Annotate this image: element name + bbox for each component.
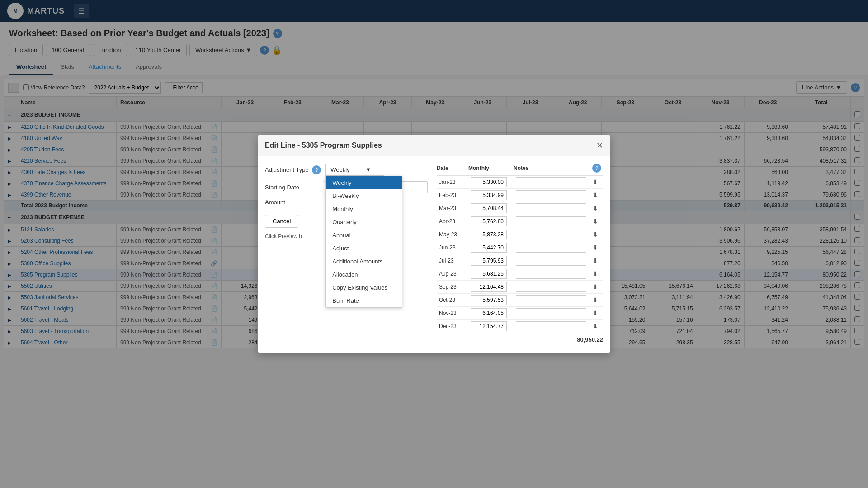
monthly-row: Jan-23 ⬇ [437,176,603,189]
monthly-row-date: Aug-23 [439,271,471,277]
monthly-value-input[interactable] [471,190,507,200]
menu-item-additional-amounts[interactable]: Additional Amounts [326,255,402,268]
monthly-row-notes [516,282,590,292]
menu-item-allocation[interactable]: Allocation [326,268,402,281]
copy-down-icon[interactable]: ⬇ [593,257,598,264]
monthly-row-copy-icon[interactable]: ⬇ [590,192,601,199]
copy-down-icon[interactable]: ⬇ [593,192,598,199]
monthly-row: May-23 ⬇ [437,228,603,241]
monthly-row-date: Apr-23 [439,218,471,225]
monthly-row: Apr-23 ⬇ [437,215,603,228]
monthly-value-input[interactable] [471,230,507,239]
modal-title: Edit Line - 5305 Program Supplies [265,141,382,150]
monthly-value-input[interactable] [471,321,507,331]
modal-body: Adjustment Type ? Weekly ▼ Weekly Bi [258,156,610,353]
monthly-row-copy-icon[interactable]: ⬇ [590,218,601,225]
monthly-notes-input[interactable] [516,216,586,226]
cancel-button[interactable]: Cancel [265,215,298,228]
monthly-value-input[interactable] [471,308,507,318]
monthly-row-notes [516,295,590,305]
menu-item-copy-existing[interactable]: Copy Existing Values [326,281,402,294]
monthly-row: Mar-23 ⬇ [437,202,603,215]
monthly-value-input[interactable] [471,295,507,305]
monthly-notes-input[interactable] [516,243,586,253]
monthly-value-input[interactable] [471,269,507,279]
monthly-row-copy-icon[interactable]: ⬇ [590,296,601,304]
monthly-row-copy-icon[interactable]: ⬇ [590,244,601,251]
menu-item-burn-rate[interactable]: Burn Rate [326,294,402,307]
copy-down-icon[interactable]: ⬇ [593,323,598,330]
copy-down-icon[interactable]: ⬇ [593,231,598,238]
monthly-notes-input[interactable] [516,308,586,318]
monthly-row-copy-icon[interactable]: ⬇ [590,270,601,277]
col-date-header: Date [437,165,468,171]
monthly-row: Nov-23 ⬇ [437,307,603,320]
copy-down-icon[interactable]: ⬇ [593,244,598,251]
monthly-notes-input[interactable] [516,321,586,331]
adjustment-type-row: Adjustment Type ? Weekly ▼ Weekly Bi [265,164,428,176]
monthly-value-input[interactable] [471,282,507,292]
monthly-value-input[interactable] [471,216,507,226]
copy-down-icon[interactable]: ⬇ [593,205,598,212]
monthly-value-input[interactable] [471,203,507,213]
monthly-row-value [471,190,516,200]
monthly-row-copy-icon[interactable]: ⬇ [590,310,601,317]
copy-down-icon[interactable]: ⬇ [593,296,598,304]
copy-down-icon[interactable]: ⬇ [593,283,598,291]
monthly-row-copy-icon[interactable]: ⬇ [590,323,601,330]
monthly-notes-input[interactable] [516,190,586,200]
monthly-value-input[interactable] [471,256,507,266]
monthly-row: Sep-23 ⬇ [437,281,603,294]
monthly-row-date: Nov-23 [439,310,471,316]
monthly-table-header: Date Monthly Notes ? [437,164,603,173]
monthly-row: Aug-23 ⬇ [437,267,603,281]
monthly-notes-input[interactable] [516,269,586,279]
monthly-table-section: Date Monthly Notes ? Jan-23 ⬇ [437,164,603,346]
modal-close-button[interactable]: ✕ [596,141,603,150]
copy-down-icon[interactable]: ⬇ [593,310,598,317]
monthly-row-date: Oct-23 [439,297,471,303]
copy-down-icon[interactable]: ⬇ [593,218,598,225]
monthly-notes-input[interactable] [516,230,586,239]
monthly-row-copy-icon[interactable]: ⬇ [590,178,601,186]
monthly-value-input[interactable] [471,243,507,253]
starting-date-label: Starting Date [265,184,319,191]
monthly-row-value [471,295,516,305]
menu-item-adjust[interactable]: Adjust [326,242,402,255]
monthly-row-copy-icon[interactable]: ⬇ [590,231,601,238]
monthly-rows-wrap: Jan-23 ⬇ Feb-23 ⬇ Mar-23 ⬇ Ap [437,176,603,333]
monthly-notes-input[interactable] [516,177,586,187]
adjustment-type-select[interactable]: Weekly ▼ [326,164,384,176]
monthly-row-copy-icon[interactable]: ⬇ [590,257,601,264]
monthly-notes-input[interactable] [516,282,586,292]
edit-line-modal: Edit Line - 5305 Program Supplies ✕ Adju… [258,135,610,353]
adjustment-type-label: Adjustment Type ? [265,165,321,174]
monthly-row-notes [516,177,590,187]
monthly-value-input[interactable] [471,177,507,187]
monthly-row: Jul-23 ⬇ [437,254,603,267]
menu-item-biweekly[interactable]: Bi-Weekly [326,189,402,202]
copy-down-icon[interactable]: ⬇ [593,270,598,277]
copy-down-icon[interactable]: ⬇ [593,178,598,186]
monthly-row-notes [516,269,590,279]
col-monthly-header: Monthly [468,165,514,171]
adjustment-type-dropdown-wrap: Weekly ▼ Weekly Bi-Weekly Monthly Quarte… [326,164,384,176]
monthly-notes-input[interactable] [516,203,586,213]
col-copy-header: ? [592,164,603,173]
monthly-row-notes [516,230,590,239]
monthly-notes-input[interactable] [516,256,586,266]
menu-item-quarterly[interactable]: Quarterly [326,216,402,229]
monthly-row-copy-icon[interactable]: ⬇ [590,283,601,291]
adjustment-type-help-icon[interactable]: ? [312,165,321,174]
menu-item-monthly[interactable]: Monthly [326,202,402,216]
monthly-row-value [471,256,516,266]
monthly-row-notes [516,190,590,200]
monthly-row-date: Dec-23 [439,323,471,329]
monthly-row-date: May-23 [439,231,471,238]
monthly-help-icon[interactable]: ? [592,164,601,173]
monthly-row-copy-icon[interactable]: ⬇ [590,205,601,212]
modal-overlay: Edit Line - 5305 Program Supplies ✕ Adju… [0,0,868,488]
menu-item-weekly[interactable]: Weekly [326,176,402,189]
menu-item-annual[interactable]: Annual [326,229,402,242]
monthly-notes-input[interactable] [516,295,586,305]
